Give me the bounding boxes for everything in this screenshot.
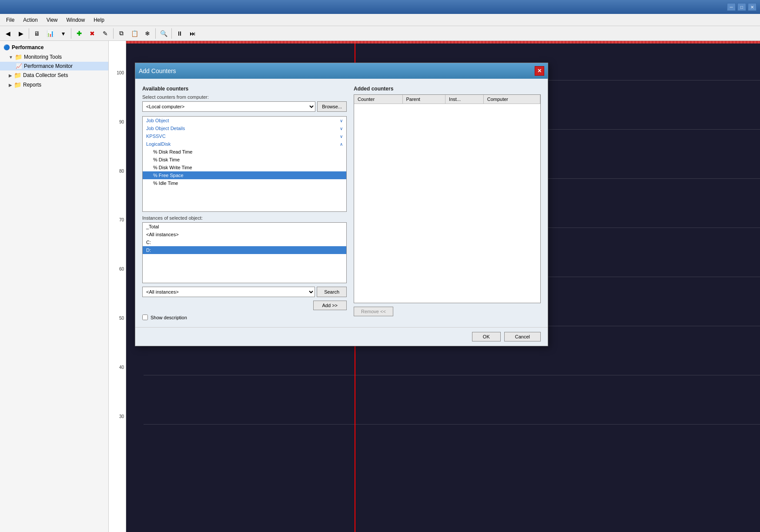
- sidebar-item-monitoring-tools[interactable]: ▼ 📁 Monitoring Tools: [0, 52, 108, 62]
- y-label-50: 50: [119, 316, 124, 321]
- performance-icon: 🔵: [3, 44, 10, 50]
- pause-btn[interactable]: ⏸: [174, 27, 186, 40]
- counter-item-idle-time[interactable]: % Idle Time: [143, 179, 346, 187]
- counter-item-label: LogicalDisk: [146, 141, 171, 147]
- view-btn[interactable]: 📊: [44, 27, 56, 40]
- sidebar-item-data-collector-sets[interactable]: ▶ 📁 Data Collector Sets: [0, 70, 108, 80]
- folder-icon: 📁: [15, 54, 22, 60]
- available-counters-label: Available counters: [142, 86, 347, 92]
- paste-btn[interactable]: 📋: [128, 27, 141, 40]
- y-label-60: 60: [119, 267, 124, 271]
- left-panel: Available counters Select counters from …: [142, 86, 347, 320]
- toolbar-sep-2: [71, 28, 71, 39]
- delete-btn[interactable]: ✖: [86, 27, 98, 40]
- counter-item-label: % Free Space: [153, 173, 184, 178]
- data-collector-sets-label: Data Collector Sets: [23, 72, 68, 78]
- chevron-down-icon-3: ∨: [340, 134, 343, 139]
- folder-icon-reports: 📁: [14, 81, 21, 88]
- search-select[interactable]: <All instances>: [142, 287, 315, 297]
- counter-item-logical-disk[interactable]: LogicalDisk ∧: [143, 140, 346, 148]
- counter-item-kpssvc[interactable]: KPSSVC ∨: [143, 132, 346, 140]
- show-log-btn[interactable]: 🖥: [31, 27, 43, 40]
- added-counters-header: Added counters: [354, 86, 541, 92]
- sidebar-root-label: Performance: [12, 44, 44, 50]
- show-description-label[interactable]: Show description: [151, 315, 187, 320]
- search-btn[interactable]: Search: [317, 287, 347, 297]
- collapse-icon-dcs: ▶: [9, 73, 12, 78]
- view-dropdown-btn[interactable]: ▾: [57, 27, 69, 40]
- zoom-btn[interactable]: 🔍: [157, 27, 170, 40]
- added-table-container[interactable]: Counter Parent Inst... Computer: [354, 94, 541, 303]
- maximize-btn[interactable]: □: [737, 3, 746, 11]
- toolbar-sep-4: [155, 28, 156, 39]
- counter-item-label: % Idle Time: [153, 181, 178, 186]
- properties-btn[interactable]: ✎: [99, 27, 111, 40]
- cancel-btn[interactable]: Cancel: [504, 332, 541, 341]
- sidebar-root: 🔵 Performance: [0, 43, 108, 52]
- content-area: 100 90 80 70 60 50 40 30 Add Counters ✕ …: [109, 41, 760, 532]
- add-btn[interactable]: Add >>: [313, 301, 347, 310]
- col-inst: Inst...: [445, 95, 484, 104]
- sidebar-item-performance-monitor[interactable]: 📈 Performance Monitor: [0, 62, 108, 70]
- close-btn[interactable]: ✕: [748, 3, 757, 11]
- counter-item-disk-read[interactable]: % Disk Read Time: [143, 148, 346, 156]
- folder-icon-dcs: 📁: [14, 72, 21, 79]
- chevron-down-icon: ∨: [340, 118, 343, 123]
- counter-item-label: % Disk Time: [153, 157, 180, 162]
- show-description-checkbox[interactable]: [142, 315, 148, 320]
- counter-item-job-object[interactable]: Job Object ∨: [143, 117, 346, 124]
- select-from-label: Select counters from computer:: [142, 94, 347, 100]
- menu-window[interactable]: Window: [62, 15, 90, 25]
- instances-label: Instances of selected object:: [142, 215, 347, 221]
- y-axis: 100 90 80 70 60 50 40 30: [109, 41, 126, 532]
- menu-action[interactable]: Action: [19, 15, 42, 25]
- performance-monitor-label: Performance Monitor: [24, 63, 73, 69]
- instance-all[interactable]: <All instances>: [143, 231, 346, 238]
- toolbar-sep-3: [113, 28, 114, 39]
- freeze-btn[interactable]: ❄: [141, 27, 154, 40]
- monitoring-tools-label: Monitoring Tools: [24, 54, 62, 60]
- copy-btn[interactable]: ⧉: [115, 27, 127, 40]
- counter-item-label: % Disk Read Time: [153, 149, 192, 154]
- menu-help[interactable]: Help: [89, 15, 109, 25]
- counter-item-disk-time[interactable]: % Disk Time: [143, 156, 346, 164]
- remove-row: Remove <<: [354, 307, 541, 316]
- ok-btn[interactable]: OK: [472, 332, 501, 341]
- col-parent: Parent: [402, 95, 445, 104]
- remove-btn[interactable]: Remove <<: [354, 307, 393, 316]
- dialog-title-text: Add Counters: [139, 67, 176, 74]
- add-counters-dialog: Add Counters ✕ Available counters Select…: [135, 63, 548, 346]
- menu-file[interactable]: File: [2, 15, 19, 25]
- minimize-btn[interactable]: ─: [727, 3, 736, 11]
- instance-d[interactable]: D:: [143, 246, 346, 254]
- new-counter-btn[interactable]: ✚: [73, 27, 85, 40]
- counter-item-free-space[interactable]: % Free Space: [143, 171, 346, 179]
- menu-view[interactable]: View: [42, 15, 62, 25]
- browse-btn[interactable]: Browse...: [317, 101, 347, 112]
- counter-item-label: KPSSVC: [146, 134, 166, 139]
- instance-total[interactable]: _Total: [143, 223, 346, 231]
- dialog-close-btn[interactable]: ✕: [535, 66, 544, 76]
- counter-list-container[interactable]: Job Object ∨ Job Object Details ∨ KPSSVC…: [142, 116, 347, 212]
- col-computer: Computer: [483, 95, 540, 104]
- counter-item-label: % Disk Write Time: [153, 165, 192, 170]
- sidebar: 🔵 Performance ▼ 📁 Monitoring Tools 📈 Per…: [0, 41, 109, 532]
- y-label-40: 40: [119, 365, 124, 370]
- counter-item-job-object-details[interactable]: Job Object Details ∨: [143, 124, 346, 132]
- dialog-body: Available counters Select counters from …: [135, 79, 548, 327]
- menu-bar: File Action View Window Help: [0, 14, 760, 26]
- reports-label: Reports: [23, 82, 41, 88]
- expand-icon: ▼: [9, 55, 13, 60]
- forward-btn[interactable]: ▶: [15, 27, 27, 40]
- added-table: Counter Parent Inst... Computer: [354, 95, 540, 104]
- grid-line-40: [144, 375, 760, 375]
- counter-item-label: Job Object Details: [146, 126, 185, 131]
- next-btn[interactable]: ⏭: [187, 27, 199, 40]
- counter-item-disk-write[interactable]: % Disk Write Time: [143, 164, 346, 171]
- sidebar-item-reports[interactable]: ▶ 📁 Reports: [0, 80, 108, 90]
- col-counter: Counter: [354, 95, 402, 104]
- instance-c[interactable]: C:: [143, 238, 346, 246]
- back-btn[interactable]: ◀: [2, 27, 14, 40]
- instances-list[interactable]: _Total <All instances> C: D:: [142, 222, 347, 283]
- computer-select[interactable]: <Local computer>: [142, 101, 315, 112]
